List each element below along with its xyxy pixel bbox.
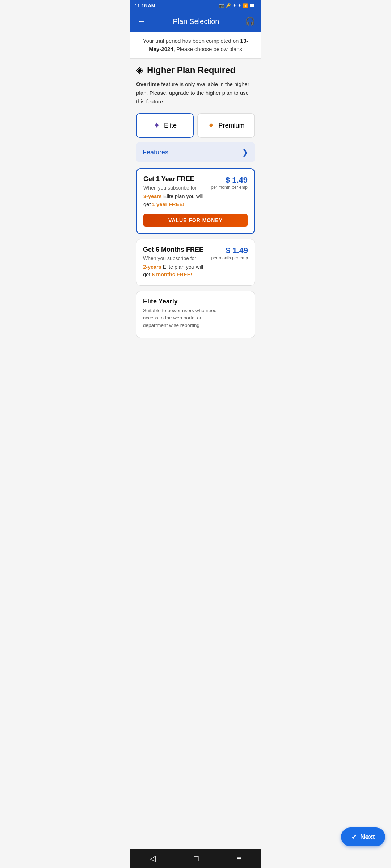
price-per-2yr: per month per emp	[211, 255, 248, 260]
elite-plan-button[interactable]: ✦ Elite	[136, 113, 194, 138]
screen-record-icon: 📷	[219, 3, 224, 8]
promo-free-3yr: 1 year FREE!	[152, 201, 184, 207]
plan-card-header-yearly: Elite Yearly Suitable to power users who…	[143, 298, 248, 331]
plan-card-price-yearly: $ 1.49	[226, 298, 248, 307]
premium-label: Premium	[218, 122, 244, 129]
plan-toggle: ✦ Elite ✦ Premium	[136, 113, 255, 138]
price-per-3yr: per month per emp	[211, 185, 248, 190]
plan-card-title-3yr: Get 1 Year FREE	[143, 175, 211, 183]
value-badge: VALUE FOR MONEY	[143, 214, 248, 227]
plan-card-subtitle-yearly: Suitable to power users who need access …	[143, 307, 226, 329]
headset-icon[interactable]: 🎧	[245, 17, 255, 26]
premium-icon: ✦	[207, 120, 215, 131]
battery-icon	[250, 4, 256, 7]
plan-description-bold: Overtime	[136, 81, 160, 87]
plan-description: Overtime feature is only available in th…	[136, 80, 255, 106]
trial-notice-suffix: , Please choose below plans	[173, 46, 242, 52]
features-row[interactable]: Features ❯	[136, 142, 255, 162]
trial-notice: Your trial period has been completed on …	[130, 32, 261, 59]
plan-card-subtitle-3yr: When you subscribe for	[143, 185, 211, 191]
price-amount-3yr: $ 1.49	[211, 175, 248, 185]
plan-card-left-3yr: Get 1 Year FREE When you subscribe for 3…	[143, 175, 211, 209]
plan-card-subtitle-2yr: When you subscribe for	[143, 255, 211, 261]
price-amount-2yr: $ 1.49	[211, 246, 248, 255]
plan-card-left-2yr: Get 6 Months FREE When you subscribe for…	[143, 246, 211, 279]
main-content: ◈ Higher Plan Required Overtime feature …	[130, 59, 261, 344]
diamond-icon: ◈	[136, 64, 143, 76]
location-icon: ✦	[238, 3, 241, 8]
page-title: Plan Selection	[147, 17, 245, 26]
promo-years-2yr: 2-years	[143, 264, 161, 270]
features-label: Features	[143, 149, 168, 156]
plan-card-title-yearly: Elite Yearly	[143, 298, 226, 305]
back-button[interactable]: ←	[136, 15, 147, 27]
plan-card-promo-3yr: 3-years Elite plan you will get 1 year F…	[143, 193, 211, 209]
trial-notice-prefix: Your trial period has been completed on	[143, 38, 240, 44]
plan-card-price-2yr: $ 1.49 per month per emp	[211, 246, 248, 260]
plan-card-3yr[interactable]: Get 1 Year FREE When you subscribe for 3…	[136, 168, 255, 234]
nav-home-icon[interactable]: □	[194, 854, 198, 863]
bottom-nav: ◁ □ ≡	[130, 849, 261, 868]
section-heading: Higher Plan Required	[147, 65, 235, 75]
plan-card-left-yearly: Elite Yearly Suitable to power users who…	[143, 298, 226, 331]
premium-plan-button[interactable]: ✦ Premium	[197, 113, 255, 138]
plan-card-title-2yr: Get 6 Months FREE	[143, 246, 211, 254]
bluetooth-icon: ✦	[233, 3, 236, 8]
elite-icon: ✦	[153, 120, 160, 131]
plan-card-header-2yr: Get 6 Months FREE When you subscribe for…	[143, 246, 248, 279]
status-bar: 11:16 AM 📷 🔑 ✦ ✦ 📶	[130, 0, 261, 11]
promo-years-3yr: 3-years	[143, 193, 162, 199]
nav-menu-icon[interactable]: ≡	[237, 854, 241, 863]
plan-card-header-3yr: Get 1 Year FREE When you subscribe for 3…	[143, 175, 248, 209]
plan-card-yearly[interactable]: Elite Yearly Suitable to power users who…	[136, 291, 255, 338]
wifi-icon: 📶	[243, 3, 248, 8]
status-time: 11:16 AM	[135, 3, 155, 8]
plan-card-price-3yr: $ 1.49 per month per emp	[211, 175, 248, 190]
plan-card-2yr[interactable]: Get 6 Months FREE When you subscribe for…	[136, 239, 255, 286]
nav-back-icon[interactable]: ◁	[150, 854, 156, 863]
plan-card-promo-2yr: 2-years Elite plan you will get 6 months…	[143, 263, 211, 279]
top-bar: ← Plan Selection 🎧	[130, 11, 261, 32]
vpn-icon: 🔑	[226, 3, 231, 8]
chevron-right-icon: ❯	[242, 148, 248, 157]
status-icons: 📷 🔑 ✦ ✦ 📶	[219, 3, 256, 8]
elite-label: Elite	[164, 122, 177, 129]
promo-free-2yr: 6 months FREE!	[152, 272, 192, 277]
section-title: ◈ Higher Plan Required	[136, 64, 255, 76]
